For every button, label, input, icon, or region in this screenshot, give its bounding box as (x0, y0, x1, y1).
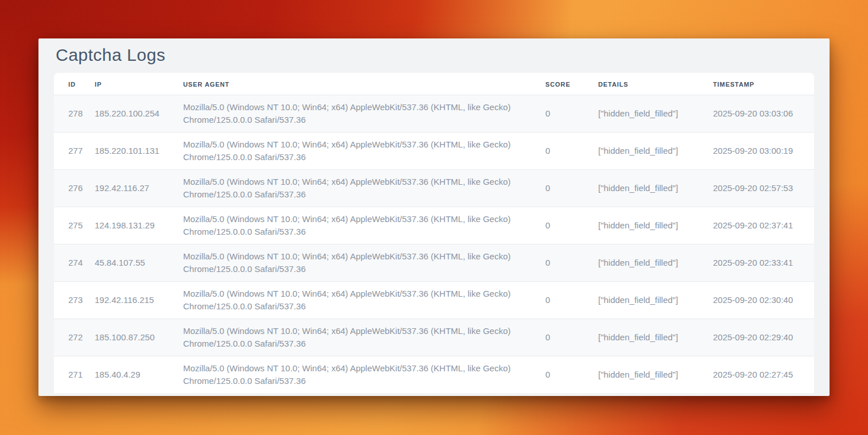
column-header-score: SCORE (545, 73, 598, 95)
table-row: 278 185.220.100.254 Mozilla/5.0 (Windows… (54, 95, 814, 133)
cell-details: ["hidden_field_filled"] (598, 282, 713, 319)
cell-user-agent: Mozilla/5.0 (Windows NT 10.0; Win64; x64… (183, 207, 545, 244)
cell-timestamp: 2025-09-20 02:27:45 (713, 356, 814, 394)
cell-details: ["hidden_field_filled"] (598, 207, 713, 244)
cell-timestamp: 2025-09-20 02:33:41 (713, 244, 814, 282)
cell-ip: 192.42.116.27 (95, 170, 183, 207)
cell-details: ["hidden_field_filled"] (598, 95, 713, 133)
captcha-logs-panel: Captcha Logs ID IP USER AGENT SCORE DETA… (38, 38, 830, 396)
cell-timestamp: 2025-09-20 02:57:53 (713, 170, 814, 207)
cell-timestamp: 2025-09-20 02:37:41 (713, 207, 814, 244)
cell-user-agent: Mozilla/5.0 (Windows NT 10.0; Win64; x64… (183, 133, 545, 170)
cell-id: 274 (54, 244, 95, 282)
cell-id: 276 (54, 170, 95, 207)
cell-user-agent: Mozilla/5.0 (Windows NT 10.0; Win64; x64… (183, 319, 545, 356)
cell-id: 275 (54, 207, 95, 244)
cell-details: ["hidden_field_filled"] (598, 170, 713, 207)
cell-score: 0 (545, 133, 598, 170)
cell-timestamp: 2025-09-20 03:03:06 (713, 95, 814, 133)
cell-timestamp: 2025-09-20 02:30:40 (713, 282, 814, 319)
page-title: Captcha Logs (56, 45, 830, 65)
table-row: 272 185.100.87.250 Mozilla/5.0 (Windows … (54, 319, 814, 356)
column-header-timestamp: TIMESTAMP (713, 73, 814, 95)
cell-details: ["hidden_field_filled"] (598, 356, 713, 394)
cell-details: ["hidden_field_filled"] (598, 133, 713, 170)
cell-score: 0 (545, 244, 598, 282)
cell-ip: 124.198.131.29 (95, 207, 183, 244)
table-row: 275 124.198.131.29 Mozilla/5.0 (Windows … (54, 207, 814, 244)
cell-timestamp: 2025-09-20 02:29:40 (713, 319, 814, 356)
cell-id: 272 (54, 319, 95, 356)
cell-id: 277 (54, 133, 95, 170)
cell-ip: 45.84.107.55 (95, 244, 183, 282)
table-row: 274 45.84.107.55 Mozilla/5.0 (Windows NT… (54, 244, 814, 282)
table-row: 273 192.42.116.215 Mozilla/5.0 (Windows … (54, 282, 814, 319)
table-row: 276 192.42.116.27 Mozilla/5.0 (Windows N… (54, 170, 814, 207)
cell-user-agent: Mozilla/5.0 (Windows NT 10.0; Win64; x64… (183, 356, 545, 394)
cell-id: 278 (54, 95, 95, 133)
cell-id: 273 (54, 282, 95, 319)
column-header-id: ID (54, 73, 95, 95)
column-header-ip: IP (95, 73, 183, 95)
column-header-details: DETAILS (598, 73, 713, 95)
page-background: Captcha Logs ID IP USER AGENT SCORE DETA… (0, 0, 868, 435)
cell-user-agent: Mozilla/5.0 (Windows NT 10.0; Win64; x64… (183, 95, 545, 133)
cell-score: 0 (545, 170, 598, 207)
cell-details: ["hidden_field_filled"] (598, 244, 713, 282)
cell-score: 0 (545, 95, 598, 133)
cell-score: 0 (545, 282, 598, 319)
captcha-logs-table: ID IP USER AGENT SCORE DETAILS TIMESTAMP… (54, 73, 814, 393)
cell-ip: 192.42.116.215 (95, 282, 183, 319)
table-header-row: ID IP USER AGENT SCORE DETAILS TIMESTAMP (54, 73, 814, 95)
cell-ip: 185.220.100.254 (95, 95, 183, 133)
cell-id: 271 (54, 356, 95, 394)
cell-user-agent: Mozilla/5.0 (Windows NT 10.0; Win64; x64… (183, 282, 545, 319)
table-row: 271 185.40.4.29 Mozilla/5.0 (Windows NT … (54, 356, 814, 394)
cell-ip: 185.100.87.250 (95, 319, 183, 356)
column-header-user-agent: USER AGENT (183, 73, 545, 95)
cell-score: 0 (545, 207, 598, 244)
cell-timestamp: 2025-09-20 03:00:19 (713, 133, 814, 170)
cell-details: ["hidden_field_filled"] (598, 319, 713, 356)
cell-user-agent: Mozilla/5.0 (Windows NT 10.0; Win64; x64… (183, 244, 545, 282)
cell-score: 0 (545, 319, 598, 356)
logs-table-container: ID IP USER AGENT SCORE DETAILS TIMESTAMP… (54, 73, 814, 393)
table-row: 277 185.220.101.131 Mozilla/5.0 (Windows… (54, 133, 814, 170)
cell-score: 0 (545, 356, 598, 394)
cell-user-agent: Mozilla/5.0 (Windows NT 10.0; Win64; x64… (183, 170, 545, 207)
cell-ip: 185.220.101.131 (95, 133, 183, 170)
cell-ip: 185.40.4.29 (95, 356, 183, 394)
